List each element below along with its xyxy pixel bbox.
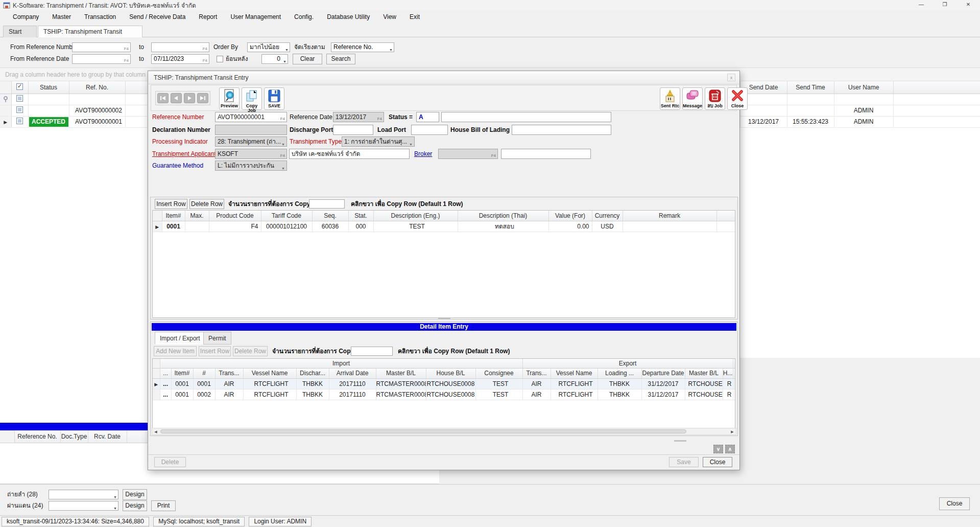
menu-exit[interactable]: Exit xyxy=(403,10,426,24)
col-discharge[interactable]: Dischar... xyxy=(296,368,329,378)
menu-send-receive[interactable]: Send / Receive Data xyxy=(123,10,192,24)
col-item[interactable]: Item# xyxy=(171,368,193,378)
report2-select[interactable]: ▼ xyxy=(49,501,118,511)
row-checkbox-icon[interactable] xyxy=(16,106,23,113)
main-close-button[interactable]: Close xyxy=(939,497,970,510)
col-consignee[interactable]: Consignee xyxy=(475,368,522,378)
col-value-for[interactable]: Value (For) xyxy=(548,211,592,221)
guarantee-method-select[interactable]: L: ไม่มีการวางประกัน▼ xyxy=(215,161,287,171)
table-row[interactable]: ▶ 0001 F4 000001012100 60036 000 TEST ทด… xyxy=(153,221,735,232)
col-user-name[interactable]: User Name xyxy=(834,81,893,94)
message-button[interactable]: Message xyxy=(682,87,703,110)
col-stat[interactable]: Stat. xyxy=(348,211,373,221)
discharge-port-input[interactable] xyxy=(333,125,373,135)
col-loading[interactable]: Loading ... xyxy=(597,368,641,378)
col-ellipsis[interactable]: ... xyxy=(160,368,171,378)
col-house-bl-export[interactable]: H... xyxy=(723,368,733,378)
menu-user-management[interactable]: User Management xyxy=(224,10,288,24)
col-trans-export[interactable]: Trans... xyxy=(522,368,551,378)
broker-code-input[interactable]: F4 xyxy=(438,149,498,159)
table-row[interactable]: ▶ ... 0001 0001 AIR RTCFLIGHT THBKK 2017… xyxy=(153,378,735,389)
select-all-header[interactable] xyxy=(11,81,28,94)
applicant-code-input[interactable]: KSOFTF4 xyxy=(215,149,287,159)
report1-select[interactable]: ▼ xyxy=(49,490,118,499)
col-seq[interactable]: Seq. xyxy=(312,211,348,221)
col-reference-no[interactable]: Reference No. xyxy=(14,430,60,443)
col-remark[interactable]: Remark xyxy=(623,211,716,221)
transhipment-type-select[interactable]: 1: การถ่ายลำในด่านศุ...▼ xyxy=(342,136,415,147)
reference-date-input[interactable]: 13/12/2017F4 xyxy=(333,112,384,122)
status-input[interactable]: A xyxy=(416,112,439,122)
tab-import-export[interactable]: Import / Export xyxy=(155,332,205,345)
load-port-input[interactable] xyxy=(411,125,448,135)
col-doc-type[interactable]: Doc.Type xyxy=(60,430,88,443)
col-send-time[interactable]: Send Time xyxy=(787,81,834,94)
house-bl-input[interactable] xyxy=(512,125,611,135)
declaration-number-input[interactable] xyxy=(215,125,287,135)
scrollbar-thumb[interactable] xyxy=(160,429,686,433)
design2-button[interactable]: Design xyxy=(123,500,147,511)
col-item[interactable]: Item# xyxy=(162,211,185,221)
transhipment-applicant-label[interactable]: Transhipment Applicant xyxy=(152,149,216,159)
menu-master[interactable]: Master xyxy=(45,10,78,24)
first-record-icon[interactable] xyxy=(157,93,169,103)
col-product-code[interactable]: Product Code xyxy=(209,211,261,221)
minimize-icon[interactable]: — xyxy=(910,0,933,10)
col-desc-eng[interactable]: Description (Eng.) xyxy=(373,211,458,221)
menu-database-utility[interactable]: Database Utility xyxy=(320,10,376,24)
tab-start-page[interactable]: Start Page xyxy=(3,26,37,37)
next-record-icon[interactable] xyxy=(184,93,195,103)
delete-job-button[interactable]: ลบ Job xyxy=(705,87,725,110)
design1-button[interactable]: Design xyxy=(123,489,147,500)
close-footer-button[interactable]: Close xyxy=(703,457,732,467)
col-max[interactable]: Max. xyxy=(185,211,209,221)
sent-rtc-button[interactable]: Sent Rtc xyxy=(660,87,680,110)
col-status[interactable]: Status xyxy=(28,81,69,94)
col-currency[interactable]: Currency xyxy=(592,211,623,221)
menu-company[interactable]: Company xyxy=(6,10,45,24)
table-row[interactable]: ... 0001 0002 AIR RTCFLIGHT THBKK 201711… xyxy=(153,389,735,400)
preview-button[interactable]: Preview xyxy=(219,87,240,110)
dialog-close-button[interactable]: Close xyxy=(727,87,748,110)
count-select[interactable]: 0▼ xyxy=(261,54,288,64)
save-button[interactable]: SAVE xyxy=(264,87,284,110)
col-tariff-code[interactable]: Tariff Code xyxy=(261,211,312,221)
menu-view[interactable]: View xyxy=(376,10,403,24)
tab-tship[interactable]: TSHIP: Transhipment Transit Entry✕ xyxy=(38,26,142,37)
insert-row-button[interactable]: Insert Row xyxy=(155,199,187,209)
dialog-close-icon[interactable]: x xyxy=(727,74,735,81)
scroll-right-icon[interactable]: ▶ xyxy=(729,429,735,434)
collapse-up-button[interactable]: ∧ xyxy=(725,445,735,453)
sort-by-select[interactable]: Reference No.▼ xyxy=(331,42,394,52)
print-button[interactable]: Print xyxy=(151,500,176,511)
delete-row-button[interactable]: Delete Row xyxy=(189,199,224,209)
collapse-down-button[interactable]: ∨ xyxy=(713,445,723,453)
col-trans-import[interactable]: Trans... xyxy=(215,368,243,378)
col-master-bl-import[interactable]: Master B/L xyxy=(376,368,426,378)
dialog-titlebar[interactable]: TSHIP: Transhipment Transit Entry xyxy=(148,71,739,84)
col-desc-thai[interactable]: Description (Thai) xyxy=(458,211,548,221)
checkbox-checked-icon[interactable] xyxy=(16,83,23,90)
copy-job-button[interactable]: Copy Job xyxy=(242,87,262,110)
last-record-icon[interactable] xyxy=(197,93,208,103)
col-rcv-date[interactable]: Rcv. Date xyxy=(88,430,127,443)
maximize-icon[interactable]: ❐ xyxy=(933,0,957,10)
tab-permit[interactable]: Permit xyxy=(203,332,231,345)
col-ref-no[interactable]: Ref. No. xyxy=(69,81,125,94)
from-ref-number-input[interactable]: F4 xyxy=(72,42,131,52)
processing-indicator-select[interactable]: 28: Transhipment (ถ่า...▼ xyxy=(215,136,287,147)
from-ref-date-input[interactable]: F4 xyxy=(72,54,131,64)
col-arrival-date[interactable]: Arrival Date xyxy=(329,368,376,378)
broker-label[interactable]: Broker xyxy=(414,149,432,159)
col-vessel-import[interactable]: Vessel Name xyxy=(243,368,296,378)
status-description-input[interactable] xyxy=(441,112,611,122)
close-icon[interactable]: ✕ xyxy=(957,0,980,10)
scroll-left-icon[interactable]: ◀ xyxy=(153,429,159,434)
col-vessel-export[interactable]: Vessel Name xyxy=(551,368,597,378)
col-master-bl-export[interactable]: Master B/L xyxy=(685,368,723,378)
splitter-handle[interactable] xyxy=(674,440,686,442)
menu-report[interactable]: Report xyxy=(192,10,224,24)
filter-checkbox-icon[interactable] xyxy=(16,95,23,102)
row-options-button[interactable]: ... xyxy=(160,389,171,400)
detail-copy-count-input[interactable] xyxy=(351,347,393,356)
